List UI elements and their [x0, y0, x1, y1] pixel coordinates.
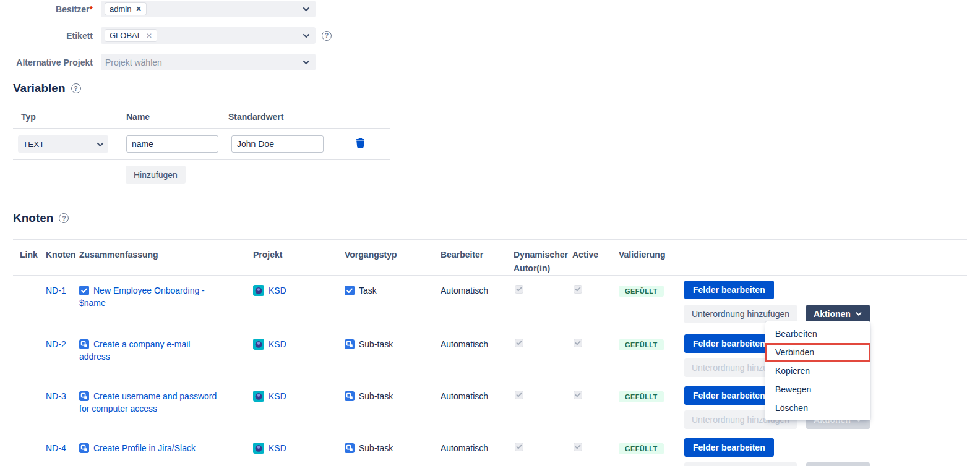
subtask-icon: [79, 391, 89, 401]
variables-heading: Variablen ?: [13, 82, 980, 95]
recipe-settings-form: Besitzer* admin✕ Etikett GLOBAL✕ ? Alter…: [0, 0, 980, 70]
check-icon: [575, 287, 581, 292]
link-cell: [20, 276, 46, 329]
edit-fields-button[interactable]: Felder bearbeiten: [684, 386, 774, 405]
alt-project-select[interactable]: Projekt wählen: [101, 54, 316, 70]
actions-button-label: Aktionen: [814, 309, 851, 319]
subtask-icon: [79, 443, 89, 453]
node-summary-link[interactable]: New Employee Onboarding - $name: [79, 286, 205, 308]
task-icon: [345, 286, 355, 295]
project-link[interactable]: KSD: [269, 339, 286, 349]
remove-icon[interactable]: ✕: [135, 6, 141, 12]
link-cell: [20, 329, 46, 381]
node-summary-link[interactable]: Create username and password for compute…: [79, 391, 217, 413]
col-knoten: Knoten: [46, 248, 79, 275]
col-active: Active: [572, 248, 619, 275]
form-row-owner: Besitzer* admin✕: [0, 1, 980, 17]
assignee-label: Automatisch: [441, 339, 488, 349]
owner-label: Besitzer*: [0, 4, 93, 14]
menu-item-verbinden[interactable]: Verbinden: [765, 343, 870, 362]
required-asterisk: *: [90, 4, 93, 14]
actions-dropdown-menu: Bearbeiten Verbinden Kopieren Bewegen Lö…: [765, 321, 870, 420]
active-checkbox: [574, 391, 582, 399]
delete-variable-button[interactable]: [356, 138, 365, 150]
issue-type-label: Sub-task: [359, 391, 393, 401]
link-cell: [20, 433, 46, 466]
add-subtask-button[interactable]: Unterordnung hinzufügen: [684, 305, 797, 323]
variable-type-value: TEXT: [23, 140, 45, 149]
check-icon: [516, 444, 522, 449]
menu-item-kopieren[interactable]: Kopieren: [765, 362, 870, 380]
col-typ: Typ: [21, 112, 126, 122]
check-icon: [516, 392, 522, 397]
chevron-down-icon: [302, 5, 311, 14]
edit-fields-button[interactable]: Felder bearbeiten: [684, 334, 774, 353]
node-id-link[interactable]: ND-4: [46, 443, 66, 453]
issue-type-label: Task: [359, 286, 377, 295]
actions-button[interactable]: Aktionen: [806, 305, 870, 323]
col-validierung: Validierung: [619, 248, 684, 275]
node-summary-link[interactable]: Create a company e-mail address: [79, 339, 190, 362]
row-actions: Felder bearbeiten Unterordnung hinzufüge…: [684, 433, 967, 466]
col-bearbeiter: Bearbeiter: [441, 248, 514, 275]
menu-item-loeschen[interactable]: Löschen: [765, 399, 870, 417]
owner-select[interactable]: admin✕: [101, 1, 316, 17]
actions-button[interactable]: Aktionen: [806, 462, 870, 466]
variables-table: Typ Name Standardwert TEXT: [13, 103, 390, 184]
check-icon: [575, 444, 581, 449]
subtask-icon: [345, 339, 355, 349]
project-link[interactable]: KSD: [269, 443, 286, 453]
add-subtask-button[interactable]: Unterordnung hinzufügen: [684, 462, 797, 466]
edit-fields-button[interactable]: Felder bearbeiten: [684, 438, 774, 457]
link-cell: [20, 381, 46, 433]
check-icon: [575, 392, 581, 397]
assignee-label: Automatisch: [441, 286, 488, 295]
menu-item-bewegen[interactable]: Bewegen: [765, 380, 870, 399]
node-id-link[interactable]: ND-2: [46, 339, 66, 349]
project-avatar: [253, 443, 264, 454]
help-icon[interactable]: ?: [59, 213, 69, 223]
project-link[interactable]: KSD: [269, 391, 286, 401]
remove-icon[interactable]: ✕: [146, 32, 152, 40]
help-icon[interactable]: ?: [322, 31, 332, 41]
trash-icon: [356, 138, 365, 148]
node-id-link[interactable]: ND-3: [46, 391, 66, 401]
edit-fields-button[interactable]: Felder bearbeiten: [684, 281, 774, 299]
issue-type-label: Sub-task: [359, 443, 393, 453]
col-vorgangstyp: Vorgangstyp: [345, 248, 441, 275]
divider: [13, 159, 390, 160]
col-link: Link: [20, 248, 46, 275]
project-link[interactable]: KSD: [269, 286, 286, 295]
variable-name-input[interactable]: [126, 135, 218, 153]
active-checkbox: [574, 339, 582, 347]
validation-badge: GEFÜLLT: [619, 443, 664, 454]
menu-item-bearbeiten[interactable]: Bearbeiten: [765, 324, 870, 343]
col-projekt: Projekt: [253, 248, 345, 275]
node-summary-link[interactable]: Create Profile in Jira/Slack: [93, 443, 196, 453]
assignee-label: Automatisch: [441, 443, 488, 453]
issue-type-label: Sub-task: [359, 339, 393, 349]
alt-project-placeholder: Projekt wählen: [105, 57, 162, 67]
variables-title: Variablen: [13, 82, 66, 95]
variable-default-input[interactable]: [231, 135, 324, 153]
project-avatar: [253, 285, 264, 296]
chevron-down-icon: [302, 58, 311, 67]
active-checkbox: [574, 443, 582, 451]
owner-label-text: Besitzer: [56, 4, 89, 14]
etikett-select[interactable]: GLOBAL✕: [101, 27, 316, 44]
variables-table-header: Typ Name Standardwert: [13, 103, 390, 128]
project-avatar: [253, 339, 264, 350]
dynamic-author-checkbox: [515, 339, 523, 347]
help-icon[interactable]: ?: [71, 83, 81, 93]
node-id-link[interactable]: ND-1: [46, 286, 66, 295]
owner-chip: admin✕: [105, 3, 146, 15]
check-icon: [575, 341, 581, 345]
add-variable-button[interactable]: Hinzufügen: [126, 166, 186, 184]
alt-project-label: Alternative Projekt: [0, 57, 93, 67]
dynamic-author-checkbox: [515, 443, 523, 451]
etikett-chip-text: GLOBAL: [110, 31, 142, 40]
variable-type-select[interactable]: TEXT: [18, 135, 108, 153]
subtask-icon: [345, 443, 355, 453]
dynamic-author-checkbox: [515, 391, 523, 399]
chevron-down-icon: [96, 140, 104, 148]
